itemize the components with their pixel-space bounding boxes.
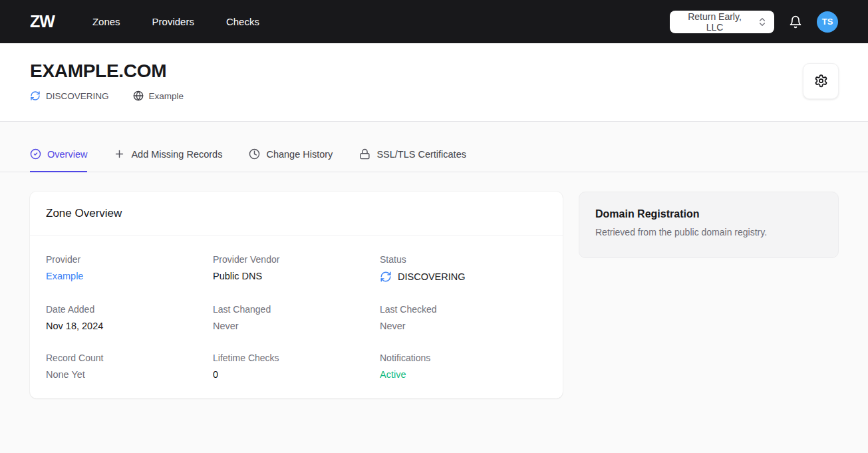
tab-ssl-tls-certificates[interactable]: SSL/TLS Certificates [359, 148, 466, 172]
zone-meta-row: DISCOVERING Example [30, 90, 184, 101]
field-record-count-label: Record Count [46, 353, 213, 363]
zone-header-info: EXAMPLE.COM DISCOVERING Example [30, 61, 184, 101]
field-last-changed: Last Changed Never [213, 304, 380, 331]
field-date-added-label: Date Added [46, 304, 213, 315]
zone-provider-label: Example [149, 91, 184, 101]
field-record-count-value: None Yet [46, 369, 213, 380]
field-last-checked-label: Last Checked [380, 304, 547, 315]
field-notifications: Notifications Active [380, 353, 547, 380]
tab-add-missing-records-label: Add Missing Records [131, 149, 222, 160]
field-provider-vendor-value: Public DNS [213, 271, 380, 281]
gear-icon [814, 74, 828, 88]
nav-item-checks[interactable]: Checks [226, 16, 259, 27]
zone-overview-title: Zone Overview [46, 207, 547, 220]
field-last-changed-label: Last Changed [213, 304, 380, 315]
domain-registration-title: Domain Registration [595, 208, 822, 220]
field-provider-vendor-label: Provider Vendor [213, 254, 380, 265]
field-provider-label: Provider [46, 254, 213, 265]
domain-registration-card: Domain Registration Retrieved from the p… [579, 192, 839, 258]
tab-ssl-tls-certificates-label: SSL/TLS Certificates [376, 149, 466, 160]
field-provider: Provider Example [46, 254, 213, 283]
navbar-right: Return Early, LLC TS [670, 11, 838, 33]
field-lifetime-checks: Lifetime Checks 0 [213, 353, 380, 380]
main-content: Zone Overview Provider Example Provider … [0, 172, 868, 438]
main-nav: Zones Providers Checks [92, 16, 259, 27]
tab-change-history[interactable]: Change History [249, 148, 333, 172]
provider-link[interactable]: Example [46, 271, 213, 281]
field-lifetime-checks-value: 0 [213, 369, 380, 380]
plus-icon [114, 148, 125, 160]
clock-icon [249, 148, 260, 160]
zone-status: DISCOVERING [30, 90, 109, 101]
tab-change-history-label: Change History [266, 149, 333, 160]
field-status-text: DISCOVERING [398, 271, 466, 282]
field-status-label: Status [380, 254, 547, 265]
tab-overview[interactable]: Overview [30, 148, 87, 172]
lock-icon [359, 148, 370, 160]
zone-settings-button[interactable] [803, 63, 839, 99]
tab-overview-label: Overview [47, 149, 87, 160]
field-last-changed-value: Never [213, 321, 380, 331]
organization-selector[interactable]: Return Early, LLC [670, 11, 774, 33]
field-notifications-value: Active [380, 369, 547, 380]
zone-provider: Example [133, 90, 184, 101]
top-navbar: ZW Zones Providers Checks Return Early, … [0, 0, 868, 43]
sync-icon [30, 90, 41, 101]
field-date-added: Date Added Nov 18, 2024 [46, 304, 213, 331]
field-date-added-value: Nov 18, 2024 [46, 321, 213, 331]
zone-header: EXAMPLE.COM DISCOVERING Example [0, 43, 868, 122]
zone-overview-card-header: Zone Overview [30, 192, 563, 236]
field-last-checked: Last Checked Never [380, 304, 547, 331]
nav-item-providers[interactable]: Providers [152, 16, 194, 27]
field-status: Status DISCOVERING [380, 254, 547, 283]
zone-overview-card: Zone Overview Provider Example Provider … [30, 192, 563, 398]
navbar-left: ZW Zones Providers Checks [30, 12, 259, 31]
tab-bar: Overview Add Missing Records Change Hist… [0, 122, 868, 172]
field-notifications-label: Notifications [380, 353, 547, 363]
chevrons-up-down-icon [757, 17, 768, 27]
tab-add-missing-records[interactable]: Add Missing Records [114, 148, 222, 172]
check-circle-icon [30, 148, 41, 160]
field-record-count: Record Count None Yet [46, 353, 213, 380]
zone-overview-fields: Provider Example Provider Vendor Public … [30, 236, 563, 398]
nav-item-zones[interactable]: Zones [92, 16, 120, 27]
domain-registration-description: Retrieved from the public domain registr… [595, 227, 822, 237]
globe-icon [133, 90, 144, 101]
field-provider-vendor: Provider Vendor Public DNS [213, 254, 380, 283]
sync-icon [380, 271, 392, 283]
organization-name: Return Early, LLC [679, 11, 750, 33]
field-last-checked-value: Never [380, 321, 547, 331]
field-status-value: DISCOVERING [380, 271, 547, 283]
app-logo[interactable]: ZW [30, 12, 55, 31]
page-title: EXAMPLE.COM [30, 61, 184, 82]
user-avatar[interactable]: TS [817, 11, 838, 33]
zone-status-label: DISCOVERING [46, 91, 109, 101]
notifications-bell-button[interactable] [789, 15, 802, 29]
bell-icon [789, 15, 802, 29]
field-lifetime-checks-label: Lifetime Checks [213, 353, 380, 363]
